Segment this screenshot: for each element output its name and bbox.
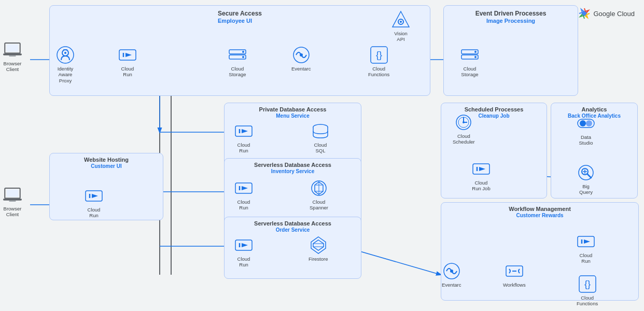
- iap-service: IdentityAwareProxy: [56, 46, 75, 83]
- cloud-run-customer: CloudRun: [85, 187, 103, 219]
- svg-point-38: [64, 52, 66, 54]
- svg-rect-35: [9, 201, 16, 202]
- svg-text:{}: {}: [376, 50, 382, 60]
- eventarc-bottom-label: Eventarc: [442, 282, 461, 288]
- eventarc-bottom: Eventarc: [442, 262, 461, 288]
- cloud-functions-top-icon: {}: [370, 46, 388, 64]
- cloud-run-menu: CloudRun: [234, 122, 253, 154]
- svg-rect-29: [7, 44, 19, 52]
- cloud-storage-top-label: CloudStorage: [229, 66, 246, 78]
- vision-api-label: VisionAPI: [394, 31, 408, 43]
- browser-client-bottom-label: BrowserClient: [4, 206, 22, 218]
- cloud-functions-workflow-label: CloudFunctions: [577, 295, 598, 307]
- website-hosting-section: Website HostingCustomer UI: [49, 153, 163, 220]
- laptop-icon-bottom: [3, 186, 22, 204]
- iap-label: IdentityAwareProxy: [58, 66, 74, 83]
- firestore-icon: [309, 236, 328, 255]
- eventarc-bottom-icon: [442, 262, 461, 280]
- serverless-order-title: Serverless Database AccessOrder Service: [254, 220, 331, 233]
- svg-point-56: [474, 56, 477, 58]
- cloud-scheduler: CloudScheduler: [453, 113, 475, 145]
- cloud-run-employee-icon: [118, 46, 137, 64]
- svg-point-45: [242, 56, 244, 58]
- cloud-run-job: CloudRun Job: [472, 160, 491, 192]
- eventarc-top-icon: [292, 46, 311, 64]
- cloud-sql-icon: [311, 122, 330, 140]
- svg-point-55: [474, 51, 477, 53]
- cloud-run-order-icon: [234, 236, 253, 255]
- cloud-spanner-icon: [310, 179, 328, 197]
- website-hosting-subtitle: Customer UI: [91, 163, 121, 169]
- cloud-sql-label: CloudSQL: [314, 142, 327, 154]
- cloud-run-menu-icon: [234, 122, 253, 140]
- gc-logo-text: Google Cloud: [594, 10, 635, 18]
- svg-point-79: [463, 121, 465, 123]
- data-studio-icon: [577, 114, 595, 133]
- secure-access-title: Secure AccessEmployee UI: [218, 10, 262, 24]
- cloud-run-job-icon: [472, 160, 491, 178]
- cloud-run-job-label: CloudRun Job: [472, 180, 490, 192]
- svg-point-92: [450, 270, 453, 273]
- workflow-title: Workflow ManagementCustomer Rewards: [509, 206, 571, 218]
- event-driven-subtitle: Image Processing: [486, 18, 535, 24]
- cloud-run-inventory: CloudRun: [234, 179, 253, 211]
- svg-rect-34: [3, 199, 22, 200]
- cloud-run-workflow-icon: [577, 232, 595, 251]
- cloud-storage-top: CloudStorage: [228, 46, 247, 78]
- data-studio-label: DataStudio: [579, 134, 593, 146]
- serverless-inventory-subtitle: Inventory Service: [271, 168, 314, 174]
- secure-access-subtitle: Employee UI: [218, 18, 252, 24]
- svg-rect-30: [3, 53, 22, 55]
- google-cloud-logo: Google Cloud: [578, 7, 635, 20]
- cloud-run-employee: CloudRun: [118, 46, 137, 78]
- cloud-run-workflow: CloudRun: [577, 232, 595, 264]
- svg-point-36: [57, 47, 74, 63]
- svg-point-44: [242, 51, 244, 53]
- serverless-inventory-title: Serverless Database AccessInventory Serv…: [254, 162, 331, 174]
- workflow-subtitle: Customer Rewards: [516, 213, 563, 218]
- svg-point-47: [300, 53, 303, 56]
- cloud-spanner: CloudSpanner: [310, 179, 328, 211]
- cloud-functions-top: {} CloudFunctions: [368, 46, 389, 78]
- cloud-run-workflow-label: CloudRun: [580, 252, 593, 264]
- cloud-storage-top-icon: [228, 46, 247, 64]
- browser-client-bottom: BrowserClient: [3, 186, 22, 218]
- cloud-functions-workflow-icon: {}: [578, 275, 597, 293]
- svg-text:{}: {}: [584, 279, 591, 289]
- data-studio: DataStudio: [577, 114, 595, 146]
- cloud-run-employee-label: CloudRun: [121, 66, 134, 78]
- cloud-functions-workflow: {} CloudFunctions: [577, 275, 598, 307]
- vision-api-icon: [391, 10, 410, 29]
- workflow-section: Workflow ManagementCustomer Rewards: [441, 202, 639, 301]
- workflows: Workflows: [503, 262, 526, 288]
- svg-point-52: [400, 21, 402, 23]
- cloud-run-order: CloudRun: [234, 236, 253, 268]
- cloud-run-customer-label: CloudRun: [88, 207, 101, 219]
- browser-client-top-label: BrowserClient: [4, 61, 22, 73]
- private-db-title: Private Database AccessMenu Service: [259, 106, 327, 119]
- eventarc-top: Eventarc: [291, 46, 311, 72]
- svg-point-84: [580, 120, 586, 126]
- scheduled-subtitle: Cleanup Job: [478, 113, 509, 119]
- svg-rect-33: [7, 189, 19, 197]
- laptop-icon-top: [3, 40, 22, 59]
- serverless-order-subtitle: Order Service: [276, 227, 310, 233]
- big-query-label: BigQuery: [579, 183, 593, 195]
- cloud-storage-right-label: CloudStorage: [461, 66, 478, 78]
- cloud-functions-top-label: CloudFunctions: [368, 66, 389, 78]
- cloud-run-menu-label: CloudRun: [237, 142, 250, 154]
- firestore: Firestore: [309, 236, 328, 262]
- big-query-icon: [577, 163, 595, 182]
- cloud-storage-right-icon: [460, 46, 479, 64]
- cloud-scheduler-icon: [454, 113, 473, 132]
- event-driven-title: Event Driven ProcessesImage Processing: [475, 10, 547, 24]
- cloud-run-order-label: CloudRun: [237, 256, 250, 268]
- workflows-icon: [505, 262, 524, 280]
- iap-icon: [56, 46, 75, 64]
- cloud-spanner-label: CloudSpanner: [310, 199, 328, 211]
- vision-api: VisionAPI: [391, 10, 410, 43]
- eventarc-top-label: Eventarc: [291, 66, 311, 72]
- svg-point-85: [586, 120, 592, 126]
- private-db-subtitle: Menu Service: [276, 113, 309, 119]
- diagram-container: Google Cloud: [0, 0, 644, 311]
